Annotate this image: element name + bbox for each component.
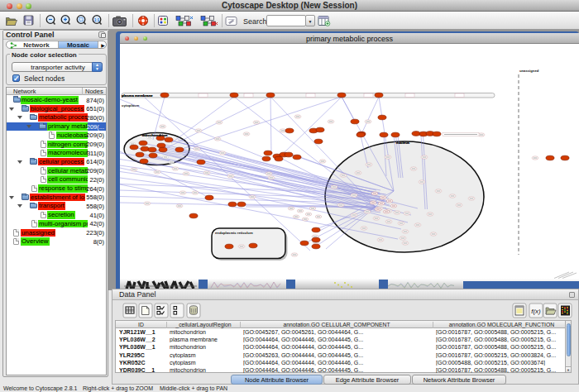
svg-text:nucleus: nucleus (396, 141, 410, 145)
svg-text:mitochondrion: mitochondrion (142, 132, 168, 136)
svg-text:cytoplasm: cytoplasm (122, 103, 139, 108)
svg-text:1:1: 1:1 (94, 18, 100, 22)
svg-text:f(x): f(x) (531, 308, 541, 315)
svg-text:plasma membrane: plasma membrane (122, 93, 153, 98)
svg-text:unassigned: unassigned (519, 69, 539, 73)
svg-text:endoplasmic reticulum: endoplasmic reticulum (215, 231, 253, 235)
